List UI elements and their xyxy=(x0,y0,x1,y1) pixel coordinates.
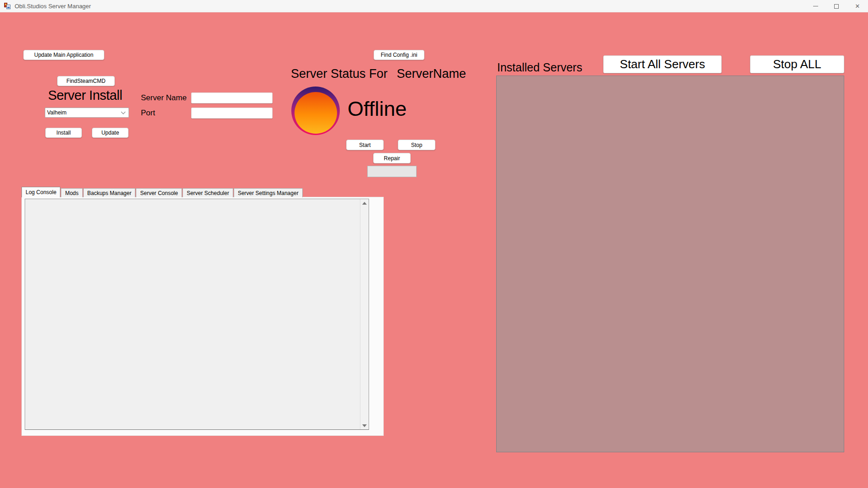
maximize-button[interactable] xyxy=(826,0,847,12)
status-state-label: Offline xyxy=(348,97,407,121)
log-console-output[interactable] xyxy=(25,199,369,430)
maximize-icon xyxy=(834,4,839,9)
stop-button[interactable]: Stop xyxy=(398,140,435,150)
close-button[interactable]: ✕ xyxy=(847,0,868,12)
scroll-down-icon xyxy=(362,424,367,427)
update-main-application-button[interactable]: Update Main Application xyxy=(23,50,104,60)
start-button[interactable]: Start xyxy=(346,140,384,150)
scroll-track[interactable] xyxy=(360,207,369,422)
server-install-title: Server Install xyxy=(41,88,129,103)
window-controls: ✕ xyxy=(805,0,868,12)
close-icon: ✕ xyxy=(855,3,860,9)
app-icon xyxy=(4,3,11,10)
tab-log-console[interactable]: Log Console xyxy=(21,187,60,197)
window-title: Obli.Studios Server Manager xyxy=(15,3,91,10)
tab-mods[interactable]: Mods xyxy=(61,188,82,197)
log-console-scrollbar[interactable] xyxy=(360,199,369,429)
start-all-servers-button[interactable]: Start All Servers xyxy=(603,55,722,73)
log-console-tab-panel xyxy=(21,197,384,436)
scroll-up-icon xyxy=(362,202,367,205)
status-indicator-icon xyxy=(291,87,340,135)
progress-bar xyxy=(367,166,417,177)
install-button[interactable]: Install xyxy=(45,128,82,138)
tab-server-console[interactable]: Server Console xyxy=(136,188,182,197)
port-label: Port xyxy=(141,108,155,118)
minimize-button[interactable] xyxy=(805,0,826,12)
tab-server-scheduler[interactable]: Server Scheduler xyxy=(182,188,233,197)
tab-server-settings-manager[interactable]: Server Settings Manager xyxy=(234,188,303,197)
server-name-input[interactable] xyxy=(191,92,273,103)
tab-strip: Log Console Mods Backups Manager Server … xyxy=(21,187,303,197)
server-status-heading: Server Status ForServerName xyxy=(291,67,466,81)
repair-button[interactable]: Repair xyxy=(373,153,411,163)
game-select-dropdown[interactable]: Valheim xyxy=(45,108,129,118)
find-steamcmd-button[interactable]: FindSteamCMD xyxy=(57,76,115,86)
port-input[interactable] xyxy=(191,108,273,119)
scroll-up-button[interactable] xyxy=(360,199,369,207)
title-bar: Obli.Studios Server Manager ✕ xyxy=(0,0,868,12)
find-config-ini-button[interactable]: Find Config .ini xyxy=(374,50,424,60)
status-server-name: ServerName xyxy=(397,67,466,81)
scroll-down-button[interactable] xyxy=(360,422,369,429)
stop-all-button[interactable]: Stop ALL xyxy=(750,55,844,73)
chevron-down-icon xyxy=(121,110,126,114)
update-button[interactable]: Update xyxy=(92,128,129,138)
server-status-prefix: Server Status For xyxy=(291,67,388,81)
log-console-text xyxy=(25,199,360,429)
server-name-label: Server Name xyxy=(141,93,187,103)
minimize-icon xyxy=(813,6,818,6)
tab-backups-manager[interactable]: Backups Manager xyxy=(83,188,136,197)
game-select-value: Valheim xyxy=(45,109,122,116)
installed-servers-list[interactable] xyxy=(496,76,844,452)
installed-servers-title: Installed Servers xyxy=(497,61,582,74)
